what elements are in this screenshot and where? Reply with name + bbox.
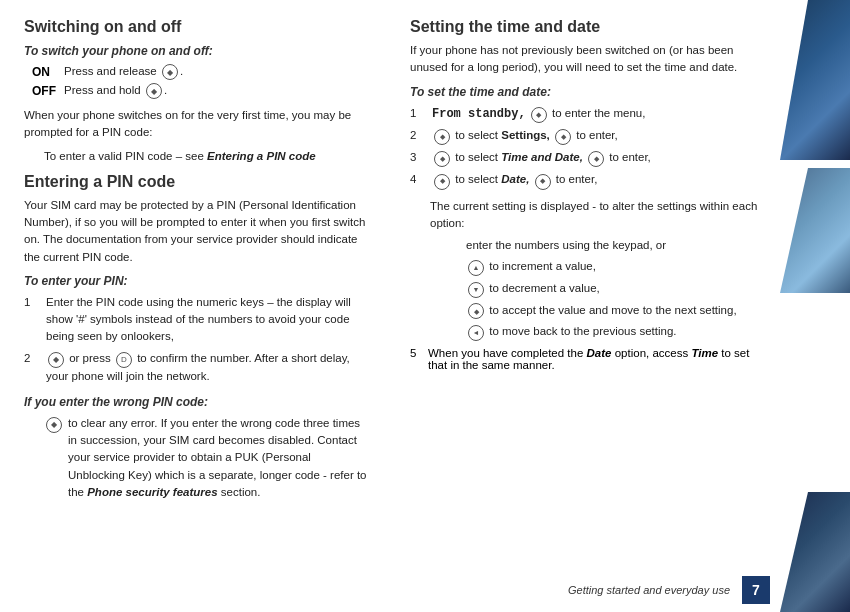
page-container: Switching on and off To switch your phon…	[0, 0, 850, 612]
current-setting-block: The current setting is displayed - to al…	[430, 198, 760, 341]
sub-bullet1: enter the numbers using the keypad, or	[466, 236, 760, 254]
step2-icon-r2: ◆	[555, 129, 571, 145]
right-column: Setting the time and date If your phone …	[390, 0, 780, 612]
sub-bullet2: ▲ to increment a value,	[466, 257, 760, 276]
section2-title: Entering a PIN code	[24, 173, 370, 191]
corner-decoration-bottom	[780, 492, 850, 612]
right-section-title: Setting the time and date	[410, 18, 760, 36]
wrong-pin-item: ◆ to clear any error. If you enter the w…	[44, 415, 370, 501]
pin-steps: 1 Enter the PIN code using the numeric k…	[24, 294, 370, 385]
on-icon: ◆	[162, 64, 178, 80]
footer: Getting started and everyday use 7	[568, 576, 770, 604]
sub-bullet4: ◆ to accept the value and move to the ne…	[466, 301, 760, 320]
step4-icon-r2: ◆	[535, 174, 551, 190]
subsection3-label: If you enter the wrong PIN code:	[24, 393, 370, 411]
bullet4-icon: ◆	[468, 303, 484, 319]
off-text: Press and hold ◆.	[64, 83, 370, 99]
off-row: OFF Press and hold ◆.	[32, 83, 370, 99]
section1-title: Switching on and off	[24, 18, 370, 36]
on-text: Press and release ◆.	[64, 64, 370, 80]
on-off-table: ON Press and release ◆. OFF Press and ho…	[32, 64, 370, 99]
enter-pin-note: To enter a valid PIN code – see Entering…	[44, 148, 370, 165]
bullet2-icon: ▲	[468, 260, 484, 276]
corner-decoration-middle	[780, 168, 850, 293]
off-icon: ◆	[146, 83, 162, 99]
right-para1: If your phone has not previously been sw…	[410, 42, 760, 77]
time-steps: 1 From standby, ◆ to enter the menu, 2 ◆…	[410, 105, 760, 190]
bullet3-icon: ▼	[468, 282, 484, 298]
time-step3: 3 ◆ to select Time and Date, ◆ to enter,	[410, 149, 760, 167]
footer-text: Getting started and everyday use	[568, 584, 730, 596]
step2-icon: ◆	[48, 352, 64, 368]
on-label: ON	[32, 65, 64, 79]
step3-icon-r: ◆	[434, 151, 450, 167]
time-step5: 5 When you have completed the Date optio…	[410, 347, 760, 371]
step2-icon-r: ◆	[434, 129, 450, 145]
time-step1: 1 From standby, ◆ to enter the menu,	[410, 105, 760, 123]
corner-decoration-top	[780, 0, 850, 160]
bullet5-icon: ◄	[468, 325, 484, 341]
subsection1-label: To switch your phone on and off:	[24, 42, 370, 60]
time-step2: 2 ◆ to select Settings, ◆ to enter,	[410, 127, 760, 145]
sub-bullet5: ◄ to move back to the previous setting.	[466, 322, 760, 341]
step4-icon-r: ◆	[434, 174, 450, 190]
step2: 2 ◆ or press D to confirm the number. Af…	[24, 350, 370, 385]
subsection2-label: To enter your PIN:	[24, 272, 370, 290]
step1: 1 Enter the PIN code using the numeric k…	[24, 294, 370, 346]
step2-key-icon: D	[116, 352, 132, 368]
sub-bullet3: ▼ to decrement a value,	[466, 279, 760, 298]
off-label: OFF	[32, 84, 64, 98]
wrong-pin-icon: ◆	[46, 417, 62, 433]
step1-icon: ◆	[531, 107, 547, 123]
right-subsection-label: To set the time and date:	[410, 83, 760, 101]
left-column: Switching on and off To switch your phon…	[0, 0, 390, 612]
on-row: ON Press and release ◆.	[32, 64, 370, 80]
page-number: 7	[742, 576, 770, 604]
para2: Your SIM card may be protected by a PIN …	[24, 197, 370, 266]
step3-icon-r2: ◆	[588, 151, 604, 167]
para1: When your phone switches on for the very…	[24, 107, 370, 142]
time-step4: 4 ◆ to select Date, ◆ to enter,	[410, 171, 760, 189]
